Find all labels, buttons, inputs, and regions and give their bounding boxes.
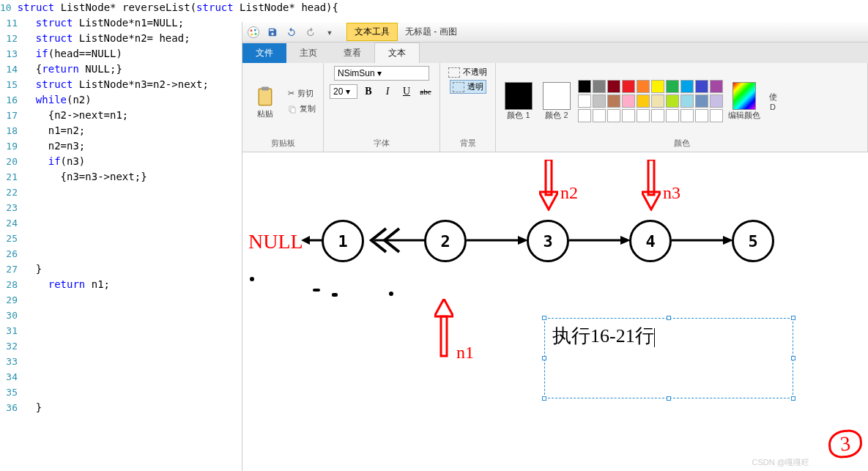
code-line[interactable]: 24 bbox=[0, 215, 242, 231]
color-swatch[interactable] bbox=[607, 94, 620, 108]
line-content: struct ListNode*n1=NULL; bbox=[23, 15, 242, 31]
color-swatch[interactable] bbox=[680, 109, 694, 122]
code-line[interactable]: 13 if(head==NULL) bbox=[0, 46, 242, 62]
code-line[interactable]: 36 } bbox=[0, 400, 242, 415]
code-line[interactable]: 17 {n2->next=n1; bbox=[0, 108, 242, 123]
code-line[interactable]: 25 bbox=[0, 231, 242, 246]
code-line[interactable]: 22 bbox=[0, 185, 242, 200]
resize-handle[interactable] bbox=[791, 396, 795, 401]
text-input-box[interactable]: 执行16-21行 bbox=[544, 318, 793, 398]
color-swatch[interactable] bbox=[680, 94, 694, 108]
color-swatch[interactable] bbox=[607, 80, 620, 93]
italic-button[interactable]: I bbox=[379, 84, 396, 100]
resize-handle[interactable] bbox=[542, 316, 546, 320]
edit-colors-button[interactable]: 编辑颜色 bbox=[727, 82, 761, 121]
tab-file[interactable]: 文件 bbox=[242, 43, 286, 63]
code-line[interactable]: 27 } bbox=[0, 262, 242, 277]
code-line[interactable]: 10struct ListNode* reverseList(struct Li… bbox=[0, 0, 242, 15]
font-group: NSimSun ▾ 20 ▾ B I U abc 字体 bbox=[324, 63, 440, 152]
code-line[interactable]: 28 return n1; bbox=[0, 277, 242, 292]
code-line[interactable]: 32 bbox=[0, 338, 242, 354]
color1-button[interactable]: 颜色 1 bbox=[502, 82, 535, 121]
color-swatch[interactable] bbox=[578, 80, 591, 93]
code-line[interactable]: 21 {n3=n3->next;} bbox=[0, 169, 242, 185]
code-line[interactable]: 14 {return NULL;} bbox=[0, 62, 242, 77]
color-swatch[interactable] bbox=[622, 94, 635, 108]
color-palette bbox=[578, 80, 723, 122]
color-swatch[interactable] bbox=[607, 109, 620, 122]
code-line[interactable]: 12 struct ListNode*n2= head; bbox=[0, 31, 242, 46]
line-content: n2=n3; bbox=[23, 138, 242, 154]
color2-button[interactable]: 颜色 2 bbox=[540, 82, 574, 121]
code-line[interactable]: 16 while(n2) bbox=[0, 92, 242, 108]
resize-handle[interactable] bbox=[542, 396, 546, 401]
color-swatch[interactable] bbox=[578, 94, 591, 108]
code-line[interactable]: 19 n2=n3; bbox=[0, 138, 242, 154]
color-swatch[interactable] bbox=[666, 80, 679, 93]
color-swatch[interactable] bbox=[593, 80, 606, 93]
code-line[interactable]: 29 bbox=[0, 292, 242, 308]
code-editor[interactable]: 10struct ListNode* reverseList(struct Li… bbox=[0, 0, 242, 471]
save-icon[interactable] bbox=[264, 24, 281, 40]
code-line[interactable]: 23 bbox=[0, 200, 242, 215]
color-swatch[interactable] bbox=[622, 109, 635, 122]
color-swatch[interactable] bbox=[695, 94, 708, 108]
line-content bbox=[23, 231, 242, 246]
color-swatch[interactable] bbox=[622, 80, 635, 93]
list-node-2: 2 bbox=[424, 220, 467, 262]
code-line[interactable]: 30 bbox=[0, 308, 242, 323]
code-line[interactable]: 26 bbox=[0, 246, 242, 262]
font-size-select[interactable]: 20 ▾ bbox=[330, 84, 357, 99]
resize-handle[interactable] bbox=[667, 316, 671, 320]
qat-dropdown-icon[interactable]: ▾ bbox=[322, 24, 338, 40]
color-swatch[interactable] bbox=[637, 109, 650, 122]
code-line[interactable]: 15 struct ListNode*n3=n2->next; bbox=[0, 77, 242, 92]
tab-text[interactable]: 文本 bbox=[374, 42, 420, 63]
cut-button[interactable]: ✂剪切 bbox=[286, 86, 317, 100]
resize-handle[interactable] bbox=[667, 396, 671, 401]
undo-icon[interactable] bbox=[283, 24, 300, 40]
line-number: 16 bbox=[0, 92, 23, 108]
color-swatch[interactable] bbox=[695, 80, 708, 93]
strike-button[interactable]: abc bbox=[418, 84, 434, 100]
null-label: NULL bbox=[248, 230, 303, 253]
color-swatch[interactable] bbox=[637, 94, 650, 108]
color-swatch[interactable] bbox=[593, 109, 606, 122]
opaque-option[interactable]: 不透明 bbox=[446, 66, 489, 78]
transparent-option[interactable]: 透明 bbox=[450, 80, 486, 94]
color-swatch[interactable] bbox=[695, 109, 708, 122]
copy-button[interactable]: 复制 bbox=[286, 102, 317, 116]
bold-button[interactable]: B bbox=[360, 84, 376, 100]
tab-view[interactable]: 查看 bbox=[330, 43, 374, 63]
code-line[interactable]: 34 bbox=[0, 369, 242, 385]
color-swatch[interactable] bbox=[710, 109, 723, 122]
paste-button[interactable]: 粘贴 bbox=[248, 84, 282, 119]
code-line[interactable]: 33 bbox=[0, 354, 242, 369]
color-swatch[interactable] bbox=[637, 80, 650, 93]
code-line[interactable]: 20 if(n3) bbox=[0, 154, 242, 169]
color-swatch[interactable] bbox=[680, 80, 694, 93]
color-swatch[interactable] bbox=[666, 94, 679, 108]
color-swatch[interactable] bbox=[593, 94, 606, 108]
code-line[interactable]: 11 struct ListNode*n1=NULL; bbox=[0, 15, 242, 31]
paint-canvas[interactable]: NULL 1 2 3 4 5 n2 n3 bbox=[242, 152, 868, 471]
redo-icon[interactable] bbox=[303, 24, 319, 40]
color-swatch[interactable] bbox=[710, 94, 723, 108]
resize-handle[interactable] bbox=[791, 316, 795, 320]
resize-handle[interactable] bbox=[542, 356, 546, 360]
resize-handle[interactable] bbox=[791, 356, 795, 360]
color-swatch[interactable] bbox=[578, 109, 591, 122]
use-button[interactable]: 使 D bbox=[765, 92, 780, 111]
color-swatch[interactable] bbox=[651, 80, 664, 93]
code-line[interactable]: 35 bbox=[0, 385, 242, 400]
color-swatch[interactable] bbox=[651, 109, 664, 122]
context-tab[interactable]: 文本工具 bbox=[346, 23, 398, 41]
code-line[interactable]: 18 n1=n2; bbox=[0, 123, 242, 138]
color-swatch[interactable] bbox=[666, 109, 679, 122]
tab-home[interactable]: 主页 bbox=[286, 43, 330, 63]
font-name-select[interactable]: NSimSun ▾ bbox=[334, 66, 429, 81]
underline-button[interactable]: U bbox=[398, 84, 415, 100]
color-swatch[interactable] bbox=[710, 80, 723, 93]
code-line[interactable]: 31 bbox=[0, 323, 242, 338]
color-swatch[interactable] bbox=[651, 94, 664, 108]
